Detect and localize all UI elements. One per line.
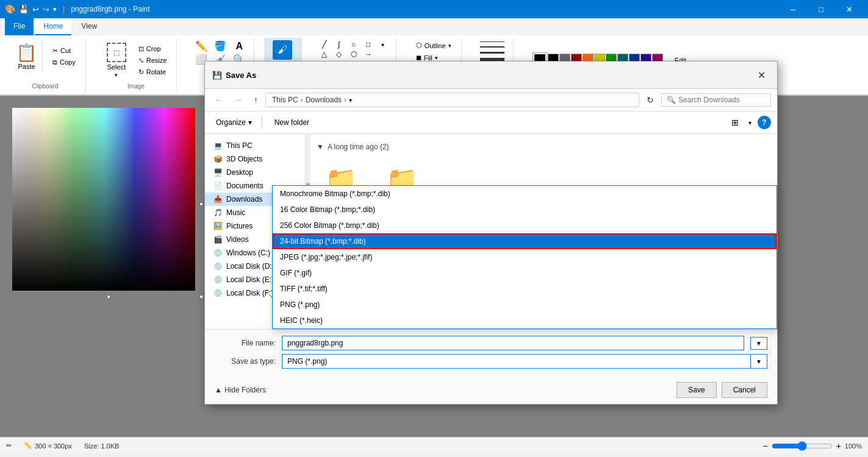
ribbon-group-clipboard: 📋 Paste ✂ Cut ⧉ Copy Clipboard xyxy=(5,38,86,92)
dialog-close-btn[interactable]: ✕ xyxy=(753,66,770,83)
paste-btn[interactable]: 📋 Paste xyxy=(11,40,43,73)
diamond-btn[interactable]: ◇ xyxy=(332,50,346,58)
paste-label: Paste xyxy=(18,63,35,70)
status-bar: ✏ 📏 300 × 300px Size: 1.0KB − + 100% xyxy=(0,437,868,454)
type-gif[interactable]: GIF (*.gif) xyxy=(273,265,777,281)
rotate-btn[interactable]: ↻ Rotate xyxy=(135,67,171,77)
zoom-slider[interactable] xyxy=(772,441,833,451)
size-item-3[interactable] xyxy=(478,51,507,55)
help-btn[interactable]: ? xyxy=(758,116,771,129)
arrow-btn[interactable]: → xyxy=(362,50,375,58)
pentagon-btn[interactable]: ⬠ xyxy=(347,50,360,58)
type-png[interactable]: PNG (*.png) xyxy=(273,297,777,313)
image-content: ⬚ Select ▾ ⊡ Crop ⤡ Resize ↻ xyxy=(102,40,171,80)
canvas-wrapper xyxy=(12,108,201,297)
local-e-icon: 💿 xyxy=(213,275,223,284)
zoom-out-btn[interactable]: − xyxy=(762,441,767,451)
nav-forward-btn[interactable]: → xyxy=(231,93,246,107)
customize-btn[interactable]: ▾ xyxy=(53,5,57,13)
hide-folders-btn[interactable]: ▲ Hide Folders xyxy=(215,386,266,394)
nav-3d-objects[interactable]: 📦 3D Objects xyxy=(205,152,305,166)
dialog-footer: ▲ Hide Folders Save Cancel xyxy=(205,378,777,404)
downloads-label: Downloads xyxy=(226,195,262,204)
file-toolbar: Organize ▾ New folder ⊞ ▾ ? xyxy=(205,112,777,134)
quick-save-icon[interactable]: 💾 xyxy=(19,5,29,14)
maximize-btn[interactable]: □ xyxy=(807,0,835,18)
clipboard-label: Clipboard xyxy=(32,83,58,90)
view-arrow-btn[interactable]: ▾ xyxy=(745,117,755,129)
filename-dropdown-btn[interactable]: ▼ xyxy=(750,337,767,350)
pencil-btn[interactable]: ✏️ xyxy=(193,40,210,52)
refresh-btn[interactable]: ↻ xyxy=(643,93,658,107)
redo-btn[interactable]: ↪ xyxy=(43,5,49,14)
cancel-btn[interactable]: Cancel xyxy=(722,382,767,398)
oval-btn[interactable]: ○ xyxy=(347,40,360,49)
save-btn[interactable]: Save xyxy=(676,382,716,398)
text-btn[interactable]: A xyxy=(231,41,248,52)
filename-input[interactable] xyxy=(282,336,744,350)
size-item-2[interactable] xyxy=(478,45,507,49)
rect-btn[interactable]: □ xyxy=(362,40,375,49)
type-jpeg[interactable]: JPEG (*.jpg;*.jpeg;*.jpe;*.jfif) xyxy=(273,249,777,265)
tab-home[interactable]: Home xyxy=(35,18,71,35)
type-256color[interactable]: 256 Color Bitmap (*.bmp;*.dib) xyxy=(273,218,777,233)
nav-desktop[interactable]: 🖥️ Desktop xyxy=(205,166,305,179)
type-16color[interactable]: 16 Color Bitmap (*.bmp;*.dib) xyxy=(273,202,777,218)
nav-up-btn[interactable]: ↑ xyxy=(250,93,262,107)
canvas[interactable] xyxy=(12,108,195,291)
close-btn[interactable]: ✕ xyxy=(835,0,863,18)
zoom-in-btn[interactable]: + xyxy=(836,441,841,451)
curve-btn[interactable]: ∫ xyxy=(332,40,346,49)
nav-back-btn[interactable]: ← xyxy=(211,93,227,107)
pictures-label: Pictures xyxy=(226,222,253,230)
filename-label: File name: xyxy=(215,339,276,347)
search-icon: 🔍 xyxy=(667,96,676,104)
tab-file[interactable]: File xyxy=(5,18,34,35)
copy-btn[interactable]: ⧉ Copy xyxy=(49,57,79,68)
crop-btn[interactable]: ⊡ Crop xyxy=(135,44,171,54)
search-input[interactable] xyxy=(678,96,758,104)
cut-btn[interactable]: ✂ Cut xyxy=(49,46,79,56)
size-text: Size: 1.0KB xyxy=(84,442,119,450)
triangle-btn[interactable]: △ xyxy=(318,50,331,58)
image-label: Image xyxy=(127,83,145,90)
dimensions-label: 📏 xyxy=(24,442,32,450)
undo-btn[interactable]: ↩ xyxy=(32,5,39,14)
rotate-icon: ↻ xyxy=(138,68,144,76)
size-item-1[interactable] xyxy=(478,40,507,43)
path-this-pc[interactable]: This PC xyxy=(272,96,298,104)
path-dropdown-btn[interactable]: ▾ xyxy=(349,97,352,104)
nav-this-pc[interactable]: 💻 This PC xyxy=(205,139,305,152)
new-folder-btn[interactable]: New folder xyxy=(267,116,317,129)
type-heic[interactable]: HEIC (*.heic) xyxy=(273,313,777,328)
address-bar: ← → ↑ This PC › Downloads › ▾ ↻ 🔍 xyxy=(205,89,777,112)
dimensions-text: 300 × 300px xyxy=(35,442,72,450)
outline-btn[interactable]: ⬡ Outline ▾ xyxy=(412,40,455,51)
fill-arrow: ▾ xyxy=(435,55,438,61)
organize-btn[interactable]: Organize ▾ xyxy=(211,116,257,129)
savetype-dropdown-btn[interactable]: ▼ xyxy=(751,354,767,369)
type-24bit[interactable]: 24-bit Bitmap (*.bmp;*.dib) xyxy=(273,233,777,249)
type-tiff[interactable]: TIFF (*.tif;*.tiff) xyxy=(273,281,777,297)
clipboard-sub: ✂ Cut ⧉ Copy xyxy=(49,46,79,68)
line-btn[interactable]: ╱ xyxy=(318,40,331,49)
type-monochrome[interactable]: Monochrome Bitmap (*.bmp;*.dib) xyxy=(273,186,777,202)
canvas-handle-mr[interactable] xyxy=(199,202,203,206)
tab-view[interactable]: View xyxy=(73,18,106,35)
ribbon-tabs: File Home View xyxy=(0,18,868,35)
local-f-label: Local Disk (F:) xyxy=(226,289,273,297)
select-btn[interactable]: ⬚ Select ▾ xyxy=(102,40,131,80)
music-label: Music xyxy=(226,208,245,217)
fill-btn[interactable]: 🪣 xyxy=(212,40,229,52)
path-downloads[interactable]: Downloads xyxy=(306,96,342,104)
paste-icon: 📋 xyxy=(16,43,37,63)
canvas-handle-br[interactable] xyxy=(199,295,203,299)
3d-objects-label: 3D Objects xyxy=(226,155,262,163)
canvas-handle-bm[interactable] xyxy=(107,295,110,299)
shapes-more-btn[interactable]: ▾ xyxy=(376,41,390,48)
section-collapse-arrow[interactable]: ▼ xyxy=(317,143,324,151)
resize-btn[interactable]: ⤡ Resize xyxy=(135,55,171,66)
view-toggle-btn[interactable]: ⊞ xyxy=(728,115,742,130)
minimize-btn[interactable]: ─ xyxy=(779,0,807,18)
videos-label: Videos xyxy=(226,235,248,244)
